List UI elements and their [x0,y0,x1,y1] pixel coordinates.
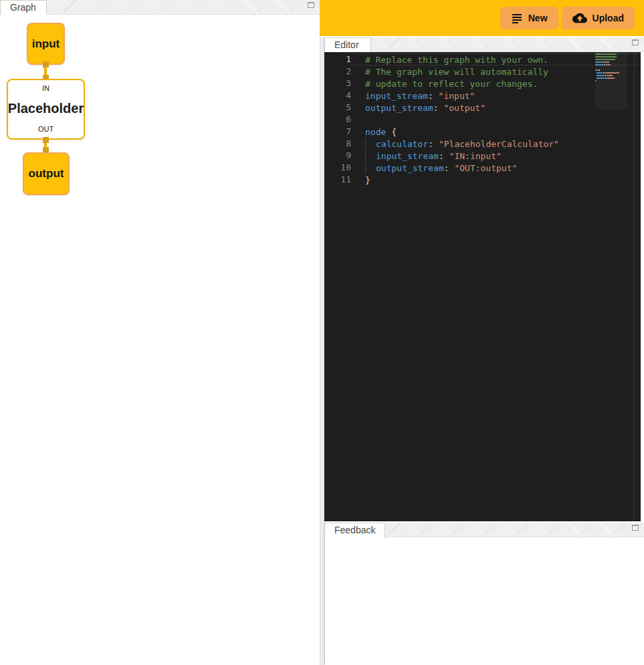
input-node-label: input [32,37,60,51]
new-button[interactable]: New [500,7,558,29]
graph-canvas[interactable]: input IN Placeholder OUT output [0,15,320,628]
code-line: 5output_stream: "output" [324,102,641,114]
code-line: 10output_stream: "OUT:output" [324,162,641,174]
line-number: 10 [324,162,351,174]
editor-tabstrip: Editor [324,37,644,52]
calculator-node-label: Placeholder [8,101,84,116]
cloud-upload-icon [572,11,587,25]
header-actions: New Upload [500,7,635,29]
new-button-label: New [528,13,548,23]
feedback-content [324,537,644,664]
code-line: 9input_stream: "IN:input" [324,150,641,162]
indent-guide [365,138,376,150]
code-editor[interactable]: 1# Replace this graph with your own.2# T… [324,52,641,521]
line-number: 6 [324,114,351,126]
graph-tabstrip: Graph [0,0,320,15]
editor-scrollbar[interactable] [633,52,637,521]
code-line: 8calculator: "PlaceholderCalculator" [324,138,641,150]
line-number: 7 [324,126,351,138]
maximize-icon [632,39,639,45]
line-number: 2 [324,65,351,78]
line-number: 9 [324,150,351,162]
indent-guide [365,150,376,162]
code-line: 7node { [324,126,641,138]
in-port-label: IN [42,80,49,92]
tab-feedback[interactable]: Feedback [324,523,385,538]
connector-square [43,61,49,68]
tab-graph[interactable]: Graph [0,0,47,15]
code-line: 6 [324,114,641,126]
connector-square [43,137,49,143]
graph-node-placeholder-calculator[interactable]: IN Placeholder OUT [7,79,85,140]
graph-maximize-button[interactable] [308,2,315,9]
maximize-icon [632,525,639,531]
out-port-label: OUT [38,125,53,138]
code-line: 3# update to reflect your changes. [324,78,641,90]
feedback-panel: Feedback [324,523,644,665]
line-number: 11 [324,174,351,186]
output-node-label: output [29,167,64,180]
line-number: 8 [324,138,351,150]
panel-splitter[interactable] [320,37,324,665]
graph-node-input[interactable]: input [27,23,65,65]
line-number: 3 [324,78,351,90]
upload-button[interactable]: Upload [562,7,635,29]
indent-guide [365,162,376,174]
code-line: 11} [324,174,641,186]
tab-editor[interactable]: Editor [324,37,371,53]
editor-panel: Editor 1# Replace this graph with your o… [324,37,644,521]
minimap[interactable] [595,53,622,83]
code-lines[interactable]: 1# Replace this graph with your own.2# T… [324,52,641,521]
code-line: 1# Replace this graph with your own. [324,53,641,65]
line-number: 4 [324,90,351,102]
editor-maximize-button[interactable] [632,39,639,46]
line-number: 5 [324,102,351,114]
feedback-tabstrip: Feedback [324,523,644,537]
code-line: 2# The graph view will automatically [324,65,641,78]
code-line: 4input_stream: "input" [324,90,641,102]
feedback-maximize-button[interactable] [632,525,639,531]
new-graph-icon [511,12,523,24]
upload-button-label: Upload [593,13,624,23]
line-number: 1 [324,53,351,65]
maximize-icon [308,2,314,8]
graph-node-output[interactable]: output [23,152,70,195]
graph-panel: Graph input IN Placeholder OUT output [0,0,320,628]
